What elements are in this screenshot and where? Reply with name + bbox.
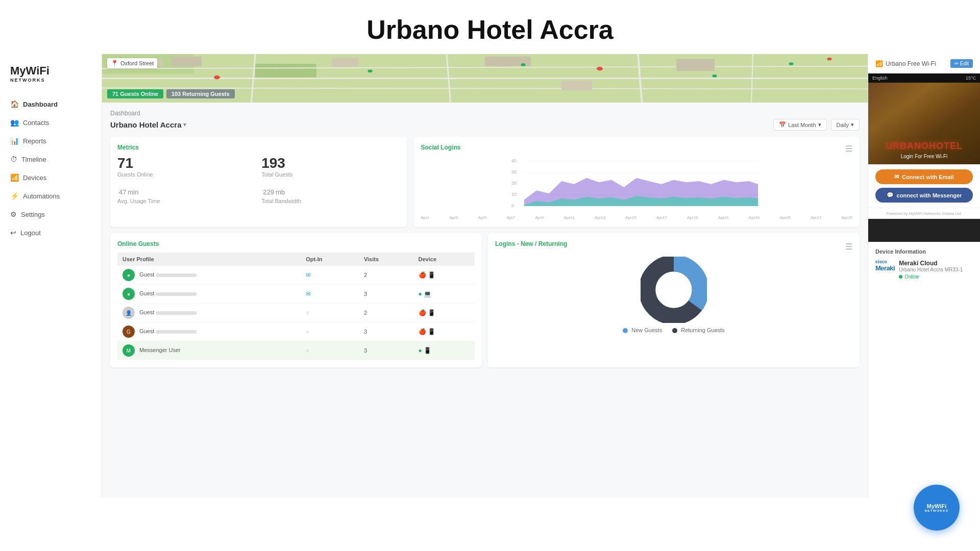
sidebar-label-timeline: Timeline bbox=[21, 156, 46, 163]
avg-usage-label: Avg. Usage Time bbox=[117, 198, 256, 204]
name-placeholder bbox=[156, 292, 197, 296]
badge-logo-line1: MyWiFi bbox=[927, 504, 946, 509]
chart-menu-icon[interactable]: ☰ bbox=[845, 144, 852, 154]
device-info-section: Device Information cisco Meraki Meraki C… bbox=[868, 242, 980, 498]
device-cell: 🍎 📱 bbox=[413, 266, 475, 285]
connect-messenger-label: connect with Messenger bbox=[897, 192, 962, 198]
sidebar-label-contacts: Contacts bbox=[23, 119, 49, 127]
map-badges: 71 Guests Online 103 Returning Guests bbox=[107, 89, 235, 98]
email-opt-in-icon: ✉ bbox=[306, 290, 311, 297]
sidebar-item-contacts[interactable]: 👥 Contacts bbox=[0, 113, 102, 132]
edit-button[interactable]: ✏ Edit bbox=[950, 59, 973, 68]
svg-rect-15 bbox=[676, 59, 715, 71]
guest-name: Guest bbox=[139, 271, 154, 278]
visits-cell: 2 bbox=[359, 266, 413, 285]
guests-online-label: Guests Online bbox=[117, 171, 256, 178]
sidebar: My WiFi NETWORKS 🏠 Dashboard 👥 Contacts … bbox=[0, 54, 102, 498]
name-placeholder bbox=[156, 311, 197, 315]
edit-label: Edit bbox=[960, 61, 969, 66]
last-month-filter[interactable]: 📅 Last Month ▾ bbox=[773, 119, 826, 131]
table-row: 👤 Guest ≡ 2 🍎 📱 bbox=[117, 304, 475, 322]
guest-name: Guest bbox=[139, 290, 154, 296]
guest-cell: ● Guest bbox=[117, 266, 301, 285]
returning-guests-dot bbox=[672, 328, 677, 333]
svg-rect-14 bbox=[561, 81, 592, 90]
portal-header: 📶 Urbano Free Wi-Fi ✏ Edit bbox=[868, 54, 980, 73]
sidebar-label-reports: Reports bbox=[23, 137, 46, 145]
new-guests-legend-label: New Guests bbox=[631, 327, 662, 333]
portal-hero: URBANOHOTEL Login For Free Wi-Fi bbox=[868, 83, 980, 164]
logo-sub: NETWORKS bbox=[10, 78, 91, 83]
main-wrapper: My WiFi NETWORKS 🏠 Dashboard 👥 Contacts … bbox=[0, 54, 980, 498]
table-row: G Guest ≡ 3 🍎 📱 bbox=[117, 322, 475, 341]
sidebar-item-dashboard[interactable]: 🏠 Dashboard bbox=[0, 95, 102, 113]
svg-rect-2 bbox=[255, 64, 316, 79]
sidebar-item-devices[interactable]: 📶 Devices bbox=[0, 168, 102, 187]
badge-logo-line2: NETWORKS bbox=[925, 509, 949, 512]
guests-online-value: 71 bbox=[117, 156, 256, 170]
meraki-logo-container: cisco Meraki bbox=[875, 260, 895, 272]
device-icons: ● 📱 bbox=[419, 347, 432, 354]
guest-name: Guest bbox=[139, 309, 154, 315]
portal-tagline: Login For Free Wi-Fi bbox=[886, 154, 963, 159]
name-placeholder bbox=[156, 330, 197, 334]
sidebar-label-devices: Devices bbox=[23, 174, 46, 182]
last-month-label: Last Month bbox=[788, 122, 816, 128]
guest-cell: G Guest bbox=[117, 322, 301, 341]
device-name: Meraki Cloud bbox=[899, 260, 963, 267]
col-user-profile: User Profile bbox=[117, 253, 301, 266]
col-opt-in: Opt-In bbox=[301, 253, 359, 266]
sidebar-item-automations[interactable]: ⚡ Automations bbox=[0, 187, 102, 205]
device-icons: 🍎 📱 bbox=[419, 271, 435, 279]
svg-point-18 bbox=[521, 63, 526, 66]
total-guests-label: Total Guests bbox=[261, 171, 400, 178]
svg-text:30: 30 bbox=[512, 169, 517, 174]
email-opt-in-icon: ✉ bbox=[306, 271, 311, 279]
portal-footer: Powered by MyWiFi Networks Ghana Ltd. bbox=[868, 208, 980, 219]
map-background: 📍 Oxford Street 71 Guests Online 103 Ret… bbox=[102, 54, 868, 103]
svg-point-20 bbox=[713, 74, 717, 78]
connect-messenger-button[interactable]: 💬 connect with Messenger bbox=[875, 188, 973, 203]
content-area: 📍 Oxford Street 71 Guests Online 103 Ret… bbox=[102, 54, 868, 498]
daily-filter[interactable]: Daily ▾ bbox=[831, 119, 860, 131]
sidebar-item-logout[interactable]: ↩ Logout bbox=[0, 223, 102, 242]
map-pin-icon: 📍 bbox=[111, 60, 118, 67]
svg-rect-11 bbox=[171, 57, 202, 66]
metrics-grid: 71 Guests Online 193 Total Guests 47min … bbox=[117, 156, 400, 204]
venue-selector[interactable]: Urbano Hotel Accra ▾ bbox=[110, 120, 186, 129]
logins-menu-icon[interactable]: ☰ bbox=[845, 242, 852, 252]
col-device: Device bbox=[413, 253, 475, 266]
sidebar-item-timeline[interactable]: ⏱ Timeline bbox=[0, 150, 102, 168]
automations-icon: ⚡ bbox=[10, 192, 19, 200]
total-guests-value: 193 bbox=[261, 156, 400, 170]
email-btn-icon: ✉ bbox=[894, 173, 899, 180]
opt-in-cell: ≡ bbox=[301, 341, 359, 360]
sidebar-item-settings[interactable]: ⚙ Settings bbox=[0, 205, 102, 223]
connect-email-button[interactable]: ✉ Connect with Email bbox=[875, 169, 973, 184]
sidebar-label-automations: Automations bbox=[23, 192, 60, 200]
svg-text:10: 10 bbox=[512, 192, 517, 197]
pie-chart bbox=[641, 257, 707, 323]
guest-name: Guest bbox=[139, 328, 154, 334]
metric-total-guests: 193 Total Guests bbox=[261, 156, 400, 178]
sidebar-navigation: 🏠 Dashboard 👥 Contacts 📊 Reports ⏱ Timel… bbox=[0, 95, 102, 242]
avatar: G bbox=[122, 325, 135, 338]
visits-cell: 2 bbox=[359, 304, 413, 322]
table-row: ● Guest ✉ 2 🍎 📱 bbox=[117, 266, 475, 285]
no-opt-in: ≡ bbox=[306, 347, 309, 354]
guest-cell: M Messenger User bbox=[117, 341, 301, 360]
avatar: ● bbox=[122, 288, 135, 300]
visits-cell: 3 bbox=[359, 341, 413, 360]
metric-avg-usage: 47min Avg. Usage Time bbox=[117, 183, 256, 204]
new-guests-dot bbox=[623, 328, 628, 333]
wifi-name: Urbano Free Wi-Fi bbox=[886, 60, 936, 67]
device-sub: Urbano Hotel Accra MR33-1 bbox=[899, 267, 963, 272]
messenger-btn-icon: 💬 bbox=[887, 192, 894, 198]
sidebar-item-reports[interactable]: 📊 Reports bbox=[0, 132, 102, 150]
device-icons: ● 💻 bbox=[419, 290, 432, 297]
online-guests-title: Online Guests bbox=[117, 240, 475, 247]
no-opt-in: ≡ bbox=[306, 310, 309, 316]
portal-actions: ✉ Connect with Email 💬 connect with Mess… bbox=[868, 164, 980, 208]
reports-icon: 📊 bbox=[10, 137, 19, 145]
avatar: M bbox=[122, 344, 135, 357]
